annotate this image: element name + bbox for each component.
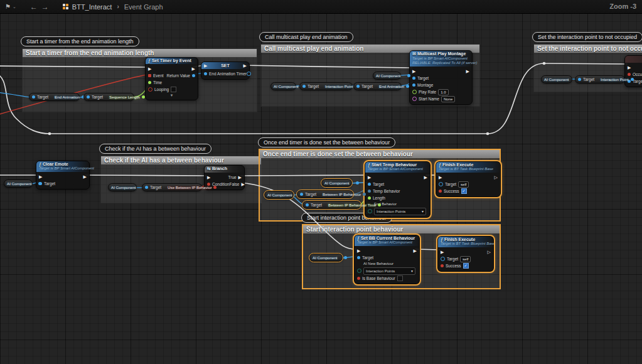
exec-out-pin[interactable]: ▶ <box>238 175 242 179</box>
enum-pin[interactable] <box>357 269 361 273</box>
node-clear-emote[interactable]: ƒClear EmoteTarget is BP Smart AICompone… <box>36 161 90 190</box>
target-pin[interactable] <box>441 257 445 261</box>
get-interaction-point-2[interactable]: TargetInteraction Point <box>575 75 625 83</box>
comment-header-start-timer[interactable]: Start a timer from the end animation len… <box>23 49 257 57</box>
node-header[interactable]: ƒSet BB Current BehaviourTarget is BP Sm… <box>355 235 419 246</box>
montage-pin[interactable] <box>412 83 415 87</box>
exec-out-pin[interactable]: ▶ <box>414 249 417 253</box>
get-ai-component-1[interactable]: AI Component <box>373 72 401 80</box>
success-pin[interactable] <box>439 190 442 193</box>
node-set-bb-current-behaviour[interactable]: ƒSet BB Current BehaviourTarget is BP Sm… <box>354 235 420 284</box>
bookmark-icon[interactable]: ⚑ <box>5 4 11 10</box>
checkbox[interactable] <box>397 276 403 281</box>
get-ai-component-7[interactable]: AI Component <box>264 191 294 199</box>
exec-in-pin[interactable]: ▶ <box>368 175 371 179</box>
exec-out-pin[interactable]: ▶ <box>466 69 469 73</box>
value-out-pin[interactable] <box>142 95 145 99</box>
get-end-animation-2[interactable]: TargetEnd Animation <box>353 82 402 90</box>
end-animation-timer-pin[interactable] <box>204 72 207 75</box>
comment-start-timer[interactable]: Start a timer from the end animation len… <box>22 48 257 112</box>
value-field[interactable]: self <box>460 256 471 262</box>
value-field[interactable]: self <box>458 181 469 188</box>
get-ai-component-2[interactable]: AI Component <box>270 82 296 90</box>
target-in-pin[interactable] <box>87 95 90 99</box>
node-header[interactable]: ƒClear EmoteTarget is BP Smart AICompone… <box>36 161 89 172</box>
get-interaction-point-1[interactable]: TargetInteraction Point <box>299 82 353 90</box>
length-pin[interactable] <box>368 196 371 200</box>
enum-dropdown[interactable]: Interaction Points▾ <box>374 208 426 215</box>
data-pin[interactable] <box>247 72 251 76</box>
comment-header-once-end-timer[interactable]: Once end timer is done set the between b… <box>260 150 500 158</box>
expand-chevron-icon[interactable]: ▾ <box>146 93 198 98</box>
node-set-end-animation-timer[interactable]: ▶SET▶End Animation Timer <box>201 62 250 80</box>
node-header[interactable]: ✉Multicast Play MontageTarget is BP Smar… <box>410 51 472 67</box>
target-pin[interactable] <box>439 182 443 186</box>
time-pin[interactable] <box>148 81 151 84</box>
comment-header-check-between[interactable]: Check if the AI has a between behaviour <box>101 156 261 164</box>
target-pin[interactable] <box>357 256 360 259</box>
event-pin[interactable] <box>148 74 151 77</box>
occupied-pin[interactable] <box>628 73 631 76</box>
node-header[interactable]: ƒSet Timer by Event <box>146 58 198 64</box>
get-end-animation-1[interactable]: TargetEnd Animation <box>29 93 80 101</box>
temp-behavior-pin[interactable] <box>368 190 371 193</box>
get-between-ip-behaviour-time[interactable]: TargetBetween IP Behaviour Time <box>302 201 361 209</box>
target-pin[interactable] <box>412 77 415 80</box>
checkbox[interactable]: ✓ <box>463 263 469 269</box>
comment-header-start-ip[interactable]: Start interaction point behaviour <box>303 225 500 233</box>
node-multicast-play-montage[interactable]: ✉Multicast Play MontageTarget is BP Smar… <box>409 50 473 105</box>
exec-out-pin[interactable]: ▶ <box>83 174 87 179</box>
event-graph-canvas[interactable]: Start a timer from the end animation len… <box>0 13 642 364</box>
node-finish-execute-2[interactable]: ƒFinish ExecuteTarget is BT Task Bluepri… <box>437 236 494 272</box>
value-out-pin[interactable] <box>406 85 409 88</box>
return-value-pin[interactable] <box>192 74 195 77</box>
enum-pin[interactable] <box>368 209 372 213</box>
node-set-timer-by-event[interactable]: ƒSet Timer by Event▶▶EventReturn ValueTi… <box>145 57 198 100</box>
exec-in-pin[interactable]: ▶ <box>439 175 442 179</box>
get-ai-component-3[interactable]: AI Component <box>541 75 572 83</box>
is-base-behaviour-pin[interactable] <box>357 277 360 280</box>
value-field[interactable]: None <box>441 96 455 102</box>
target-in-pin[interactable] <box>356 85 360 88</box>
value-out-pin[interactable] <box>631 78 634 81</box>
reroute-node[interactable] <box>48 132 51 136</box>
value-out-pin[interactable] <box>344 256 347 259</box>
node-finish-execute-1[interactable]: ƒFinish ExecuteTarget is BT Task Bluepri… <box>436 161 501 197</box>
exec-in-pin[interactable]: ▶ <box>39 174 42 179</box>
exec-out-pin[interactable]: ▶ <box>243 63 247 68</box>
node-start-temp-behaviour[interactable]: ƒStart Temp BehaviourTarget is BP Smart … <box>365 161 431 218</box>
value-out-pin[interactable] <box>38 182 41 185</box>
start-name-pin[interactable] <box>412 97 417 101</box>
target-in-pin[interactable] <box>145 186 148 189</box>
exec-in-pin[interactable]: ▶ <box>148 67 151 71</box>
reroute-node[interactable] <box>486 132 490 136</box>
exec-in-pin[interactable]: ▶ <box>357 249 360 253</box>
node-set-occupied-clipped[interactable]: ▶OccupiedTarget <box>624 55 642 87</box>
node-header[interactable]: ƒStart Temp BehaviourTarget is BP Smart … <box>365 162 430 173</box>
looping-pin[interactable] <box>148 87 152 92</box>
node-header[interactable] <box>625 56 642 63</box>
breadcrumb-blueprint[interactable]: BTT_Interact <box>72 3 112 11</box>
get-ai-component-8[interactable]: AI Component <box>309 254 343 262</box>
back-button[interactable]: ← <box>30 3 38 11</box>
value-out-pin[interactable] <box>407 74 410 77</box>
target-in-pin[interactable] <box>32 95 35 99</box>
exec-out-pin[interactable]: ▶ <box>192 67 195 71</box>
get-ai-component-4[interactable]: AI Component <box>4 179 33 188</box>
checkbox[interactable] <box>171 87 176 92</box>
comment-header-set-not-occupied[interactable]: Set the interaction point to not occupie… <box>534 45 642 53</box>
node-header[interactable]: ƒFinish ExecuteTarget is BT Task Bluepri… <box>436 162 500 173</box>
exec-in-pin[interactable]: ▶ <box>207 175 210 179</box>
node-header[interactable]: ⇆Branch <box>205 166 244 173</box>
get-sequence-length[interactable]: TargetSequence Length <box>83 93 134 101</box>
bookmark-dropdown-icon[interactable]: ⌄ <box>13 4 16 9</box>
success-pin[interactable] <box>441 264 444 267</box>
target-in-pin[interactable] <box>302 85 306 88</box>
target-pin[interactable] <box>368 183 371 186</box>
target-in-pin[interactable] <box>578 78 581 81</box>
exec-in-pin[interactable]: ▶ <box>412 69 415 73</box>
breadcrumb-graph[interactable]: Event Graph <box>124 3 163 11</box>
exec-out-pin[interactable]: ▶ <box>241 182 244 186</box>
checkbox[interactable]: ✓ <box>461 188 467 194</box>
node-header[interactable]: ƒFinish ExecuteTarget is BT Task Bluepri… <box>438 237 493 247</box>
